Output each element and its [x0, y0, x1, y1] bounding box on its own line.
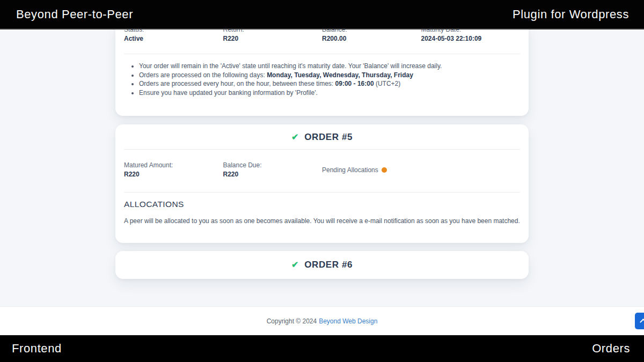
orders-label: Orders	[592, 342, 630, 356]
order6-card: ✔ ORDER #6	[115, 251, 529, 279]
stat-matured-amount: Matured Amount: R220	[124, 161, 223, 178]
stat-label: Balance Due:	[223, 161, 323, 169]
note-item: Orders are processed every hour, on the …	[139, 79, 520, 88]
main-content[interactable]: Status: Active Return: R220 Balance: R20…	[0, 29, 644, 306]
stat-maturity-date: Maturity Date: 2024-05-03 22:10:09	[421, 29, 521, 42]
stat-label: Matured Amount:	[124, 161, 223, 169]
stat-value: Active	[124, 35, 223, 42]
stat-label: Maturity Date:	[421, 29, 521, 33]
order6-title: ORDER #6	[304, 260, 353, 270]
plugin-subtitle: Plugin for Wordpress	[513, 8, 629, 21]
stat-value: R220	[223, 35, 323, 42]
frontend-label: Frontend	[12, 342, 62, 356]
copyright-link[interactable]: Beyond Web Design	[319, 317, 377, 325]
note-item: Ensure you have updated your banking inf…	[139, 88, 520, 98]
scroll-to-top-button[interactable]	[635, 313, 644, 329]
pending-allocations: Pending Allocations	[322, 161, 421, 178]
stat-value: R200.00	[322, 35, 421, 42]
site-footer: Copyright © 2024 Beyond Web Design	[0, 306, 644, 335]
order5-title: ORDER #5	[304, 132, 353, 143]
stat-return: Return: R220	[223, 29, 323, 42]
note-bold-text: Monday, Tuesday, Wednesday, Thursday, Fr…	[267, 71, 413, 79]
order5-card: ✔ ORDER #5 Matured Amount: R220 Balance …	[115, 124, 529, 243]
note-text: Orders are processed on the following da…	[139, 71, 267, 79]
order5-header[interactable]: ✔ ORDER #5	[124, 124, 520, 149]
note-item: Orders are processed on the following da…	[139, 71, 520, 80]
app-header: Beyond Peer-to-Peer Plugin for Wordpress	[0, 0, 644, 29]
stat-balance-due: Balance Due: R220	[223, 161, 323, 178]
note-item: Your order will remain in the 'Active' s…	[139, 62, 520, 71]
stat-label: Status:	[124, 29, 223, 33]
page: Beyond Peer-to-Peer Plugin for Wordpress…	[0, 0, 644, 362]
note-text: Your order will remain in the 'Active' s…	[139, 62, 442, 70]
chevron-up-icon	[640, 319, 644, 326]
divider	[124, 192, 520, 193]
note-text: Orders are processed every hour, on the …	[139, 80, 335, 87]
pending-allocations-label: Pending Allocations	[322, 166, 378, 174]
bottom-bar: Frontend Orders	[0, 335, 644, 362]
allocations-heading: ALLOCATIONS	[124, 200, 520, 209]
stat-value: R220	[223, 171, 323, 178]
allocations-text: A peer will be allocated to you as soon …	[124, 217, 520, 225]
order-notes-list: Your order will remain in the 'Active' s…	[124, 62, 520, 97]
divider	[124, 54, 520, 54]
stat-label: Balance:	[322, 29, 421, 33]
note-bold-text: 09:00 - 16:00	[335, 80, 374, 87]
stat-status: Status: Active	[124, 29, 223, 42]
app-title: Beyond Peer-to-Peer	[16, 8, 133, 21]
stat-label: Return:	[223, 29, 323, 33]
order6-header[interactable]: ✔ ORDER #6	[124, 260, 520, 270]
order5-stats-row: Matured Amount: R220 Balance Due: R220 P…	[124, 161, 520, 178]
order4-stats-row: Status: Active Return: R220 Balance: R20…	[124, 29, 520, 42]
order4-card: Status: Active Return: R220 Balance: R20…	[115, 29, 529, 116]
note-text: (UTC+2)	[374, 80, 401, 87]
copyright-text: Copyright © 2024	[267, 317, 317, 325]
check-icon: ✔	[291, 133, 298, 142]
note-text: Ensure you have updated your banking inf…	[139, 89, 318, 97]
stat-value: R220	[124, 171, 223, 178]
stat-balance: Balance: R200.00	[322, 29, 421, 42]
stat-value: 2024-05-03 22:10:09	[421, 35, 521, 42]
check-icon: ✔	[291, 261, 298, 269]
empty-cell	[421, 161, 521, 178]
divider	[124, 149, 520, 150]
pending-status-dot	[382, 167, 387, 173]
